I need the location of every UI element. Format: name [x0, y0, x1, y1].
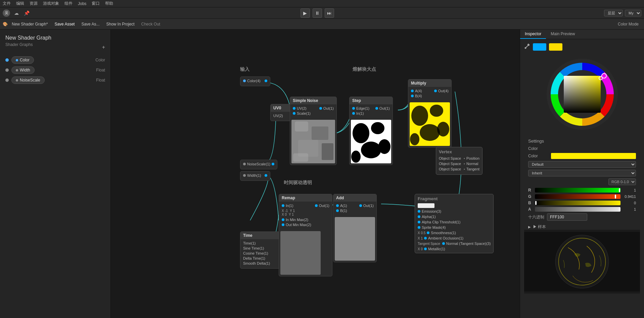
add-property-button[interactable]: + — [102, 44, 105, 50]
layer-dropdown[interactable]: 层层 — [604, 10, 623, 16]
menu-component[interactable]: 组件 — [64, 1, 73, 6]
hex-input[interactable] — [547, 213, 587, 221]
noisescale-dot — [5, 78, 9, 82]
a-value: 1 — [623, 207, 636, 211]
node-add-header: Add — [333, 194, 376, 202]
a-slider[interactable] — [535, 207, 620, 212]
color-field-label: Color — [528, 146, 548, 151]
menu-bar: 文件 编辑 资源 游戏对象 组件 Jobs 窗口 帮助 — [0, 0, 644, 7]
preview-sphere-svg — [524, 230, 640, 294]
port-scale1-noise: Scale(1) — [297, 111, 311, 115]
sinetime1-label: Sine Time(1) — [243, 246, 264, 250]
node-multiply[interactable]: Multiply A(4) Out(4) B(4) — [408, 79, 452, 148]
section-dissolve: 熔解块大点 — [353, 66, 376, 72]
node-remap[interactable]: Remap In(1) Out(1) X -1 Y 1 X 0 Y 1 — [279, 194, 332, 276]
save-as-button[interactable]: Save As... — [79, 20, 102, 28]
property-width-button[interactable]: Width — [11, 66, 35, 74]
svg-rect-6 — [293, 153, 308, 162]
menu-file[interactable]: 文件 — [3, 1, 11, 6]
menu-help[interactable]: 帮助 — [105, 1, 113, 6]
menu-assets[interactable]: 资源 — [30, 1, 38, 6]
property-color-button[interactable]: Color — [11, 56, 34, 64]
swatch-triangle-icon: ▶ — [528, 225, 531, 229]
node-simple-noise[interactable]: Simple Noise UV(2) Out(1) Scale(1) — [290, 97, 337, 165]
remap-outminmax: Out Min Max(2) — [286, 223, 311, 227]
multiply-preview — [410, 102, 450, 146]
add-preview — [335, 217, 375, 261]
node-vertex[interactable]: Vertex Object Space • Position Object Sp… — [436, 147, 482, 175]
cosinetime1-label: Cosine Time(1) — [243, 251, 268, 255]
node-step[interactable]: Step Edge(1) Out(1) In(1) — [349, 97, 393, 165]
eyedropper-button[interactable] — [524, 43, 530, 51]
menu-window[interactable]: 窗口 — [92, 1, 100, 6]
b-value: 0 — [623, 201, 636, 205]
vertex-position: Position — [466, 156, 479, 160]
x-neg1-label: X -1 — [282, 209, 288, 213]
menu-edit[interactable]: 编辑 — [16, 1, 24, 6]
node-color-input[interactable]: Color(4) — [240, 76, 270, 86]
left-panel: New Shader Graph Shader Graphs + Color C… — [0, 30, 111, 318]
color-value-bar[interactable] — [551, 153, 636, 159]
menu-jobs[interactable]: Jobs — [78, 1, 86, 6]
save-asset-button[interactable]: Save Asset — [52, 20, 77, 28]
node-noisescale[interactable]: NoiseScale(1) — [240, 160, 277, 169]
shader-title: New Shader Graph — [5, 35, 105, 41]
fragment-smoothness: Smoothness(1) — [431, 231, 456, 235]
svg-rect-3 — [312, 126, 328, 140]
step-button[interactable]: ⏭ — [325, 8, 334, 18]
port-uv2-label: UV(2) — [273, 114, 283, 118]
port-in1-step: In(1) — [356, 111, 364, 115]
noise-preview-svg — [291, 120, 335, 163]
tab-main-preview[interactable]: Main Preview — [546, 30, 580, 39]
svg-point-10 — [371, 122, 384, 134]
inherit-dropdown[interactable]: Inherit — [528, 170, 636, 176]
tangent-space-label: Tangent Space — [418, 242, 440, 246]
g-slider[interactable] — [535, 194, 620, 199]
cloud-icon[interactable]: ☁ — [13, 9, 20, 17]
section-time-driven: 时间驱动透明 — [284, 180, 312, 186]
property-width-label: Width — [20, 68, 30, 72]
check-out-button[interactable]: Check Out — [139, 20, 163, 28]
show-in-project-button[interactable]: Show In Project — [103, 20, 137, 28]
g-channel-label: G — [528, 194, 533, 199]
menu-gameobject[interactable]: 游戏对象 — [43, 1, 59, 6]
rgb-mode-select[interactable]: RGB 0-1.0 — [608, 178, 636, 185]
noisescale-dot-small — [16, 79, 18, 82]
add-a1: A(1) — [340, 204, 347, 208]
color-dot — [5, 58, 9, 62]
my-dropdown[interactable]: My — [625, 10, 641, 16]
right-panel: Inspector Main Preview — [520, 30, 644, 318]
node-width[interactable]: Width(1) — [240, 171, 270, 181]
main-layout: New Shader Graph Shader Graphs + Color C… — [0, 30, 644, 318]
pause-button[interactable]: ⏸ — [313, 8, 322, 18]
graph-area[interactable]: 输入 Color(4) NoiseScale(1) — [111, 30, 520, 318]
tab-inspector[interactable]: Inspector — [520, 30, 546, 39]
swatch-sample-row[interactable]: ▶ ▶ 样本 — [528, 224, 636, 230]
g-value: 0.9411 — [623, 195, 636, 199]
property-noisescale-label: NoiseScale — [20, 78, 40, 83]
add-out: Out(1) — [363, 204, 374, 208]
port-out4-multiply: Out(4) — [438, 89, 449, 93]
b-slider[interactable] — [535, 201, 620, 205]
step-preview — [351, 120, 391, 163]
swatch-blue[interactable] — [533, 43, 546, 51]
simple-noise-preview — [291, 120, 335, 163]
smoothdelta1-label: Smooth Delta(1) — [243, 261, 270, 265]
slider-g-row: G 0.9411 — [528, 194, 636, 199]
swatch-yellow[interactable] — [549, 43, 562, 51]
color-wheel-container[interactable] — [542, 54, 623, 135]
play-button[interactable]: ▶ — [301, 8, 310, 18]
property-noisescale: NoiseScale Float — [5, 76, 105, 84]
bookmark-icon[interactable]: 📌 — [23, 9, 30, 17]
node-fragment[interactable]: Fragment Emission(3) Alpha(1) Alpha Clip… — [415, 194, 494, 253]
color-picker-area: Settings Color Color Default — [520, 39, 644, 318]
r-slider[interactable] — [535, 188, 620, 193]
default-dropdown[interactable]: Default — [528, 161, 636, 168]
slider-b-row: B 0 — [528, 201, 636, 205]
node-add[interactable]: Add A(1) Out(1) B(1) — [333, 194, 377, 262]
y1b-label: Y 1 — [289, 213, 294, 216]
shader-subtitle: Shader Graphs — [5, 42, 33, 47]
r-value: 1 — [623, 188, 636, 192]
slider-a-row: A 1 — [528, 207, 636, 212]
property-noisescale-button[interactable]: NoiseScale — [11, 76, 45, 84]
